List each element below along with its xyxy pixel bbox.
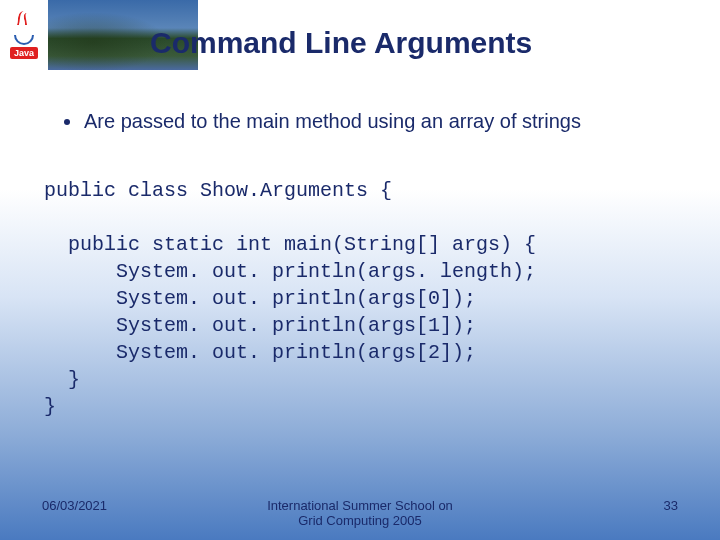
footer-venue-line: Grid Computing 2005 — [162, 513, 558, 528]
code-line: System. out. println(args. length); — [44, 260, 536, 283]
footer-page-number: 33 — [558, 498, 678, 513]
slide-content: Are passed to the main method using an a… — [0, 70, 720, 420]
footer-venue: International Summer School on Grid Comp… — [162, 498, 558, 528]
slide-title: Command Line Arguments — [150, 26, 532, 60]
code-line: System. out. println(args[2]); — [44, 341, 476, 364]
bullet-item: Are passed to the main method using an a… — [64, 110, 680, 133]
footer-date: 06/03/2021 — [42, 498, 162, 513]
java-logo-label: Java — [10, 47, 38, 59]
code-block: public class Show.Arguments { public sta… — [44, 177, 680, 420]
bullet-text: Are passed to the main method using an a… — [84, 110, 581, 133]
java-logo: Java — [0, 0, 48, 70]
code-line: public class Show.Arguments { — [44, 179, 392, 202]
bullet-icon — [64, 119, 70, 125]
code-line: } — [44, 368, 80, 391]
slide-footer: 06/03/2021 International Summer School o… — [0, 498, 720, 528]
java-cup-icon — [10, 11, 38, 45]
code-line: System. out. println(args[1]); — [44, 314, 476, 337]
footer-venue-line: International Summer School on — [162, 498, 558, 513]
code-line: public static int main(String[] args) { — [44, 233, 536, 256]
code-line: } — [44, 395, 56, 418]
code-line: System. out. println(args[0]); — [44, 287, 476, 310]
